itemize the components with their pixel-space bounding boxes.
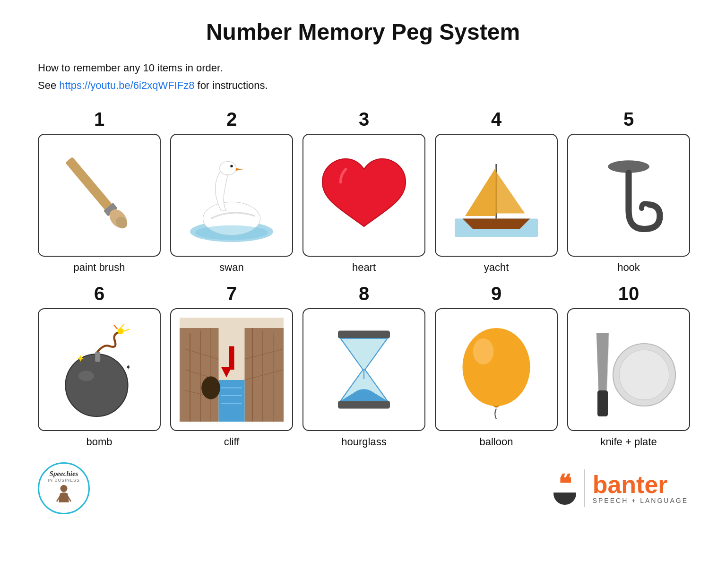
peg-label-7: cliff xyxy=(224,436,240,448)
peg-number-2: 2 xyxy=(226,109,237,130)
svg-point-6 xyxy=(220,161,236,175)
peg-card-5 xyxy=(567,134,690,257)
peg-card-2 xyxy=(170,134,293,257)
banter-icon: ❝ xyxy=(553,472,576,505)
peg-label-8: hourglass xyxy=(341,436,386,448)
svg-point-49 xyxy=(619,350,669,400)
svg-line-18 xyxy=(114,325,118,329)
peg-item-2: 2 swan xyxy=(170,109,293,274)
peg-card-3 xyxy=(302,134,425,257)
peg-number-1: 1 xyxy=(94,109,104,130)
svg-text:✦: ✦ xyxy=(76,352,85,364)
peg-item-7: 7 xyxy=(170,283,293,448)
svg-rect-14 xyxy=(95,351,100,362)
svg-rect-41 xyxy=(229,346,234,370)
peg-label-3: heart xyxy=(352,261,376,274)
svg-text:✦: ✦ xyxy=(125,363,131,371)
peg-number-6: 6 xyxy=(94,283,104,304)
peg-row-1: 1 paint brush 2 xyxy=(38,109,688,274)
svg-point-39 xyxy=(201,376,220,399)
peg-item-9: 9 balloon xyxy=(435,283,558,448)
footer: Speechies IN BUSINESS ❝ banter SPEECH + … xyxy=(38,462,688,514)
svg-point-8 xyxy=(195,225,268,240)
svg-line-17 xyxy=(124,329,130,331)
svg-rect-22 xyxy=(180,328,219,422)
youtube-link[interactable]: https://youtu.be/6i2xqWFIFz8 xyxy=(59,79,194,91)
peg-item-1: 1 paint brush xyxy=(38,109,161,274)
peg-card-1 xyxy=(38,134,161,257)
peg-number-4: 4 xyxy=(491,109,501,130)
peg-label-1: paint brush xyxy=(74,261,125,274)
svg-point-45 xyxy=(349,392,379,401)
peg-card-8 xyxy=(302,308,425,431)
svg-point-13 xyxy=(78,371,94,381)
svg-rect-35 xyxy=(219,380,245,422)
peg-number-5: 5 xyxy=(623,109,634,130)
svg-line-16 xyxy=(121,324,124,328)
peg-card-4 xyxy=(435,134,558,257)
peg-number-10: 10 xyxy=(618,283,640,304)
peg-item-5: 5 hook xyxy=(567,109,690,274)
bowl-shape-icon xyxy=(553,493,576,505)
peg-item-10: 10 knife + plate xyxy=(567,283,690,448)
peg-label-10: knife + plate xyxy=(600,436,657,448)
svg-rect-50 xyxy=(597,390,608,416)
svg-point-51 xyxy=(60,485,68,492)
peg-item-4: 4 yacht xyxy=(435,109,558,274)
svg-rect-43 xyxy=(338,401,390,409)
svg-point-7 xyxy=(230,164,233,167)
banter-text: banter SPEECH + LANGUAGE xyxy=(593,472,688,504)
banter-sub: SPEECH + LANGUAGE xyxy=(593,497,688,504)
svg-point-47 xyxy=(473,338,494,364)
peg-row-2: 6 ✦ ✦ bomb 7 xyxy=(38,283,688,448)
peg-number-3: 3 xyxy=(359,109,369,130)
peg-card-9 xyxy=(435,308,558,431)
speechies-brand-sub: IN BUSINESS xyxy=(48,478,80,483)
intro-text: How to remember any 10 items in order. S… xyxy=(38,59,688,95)
svg-point-12 xyxy=(66,354,128,416)
peg-card-7 xyxy=(170,308,293,431)
banter-word: banter xyxy=(593,472,688,497)
speechies-logo: Speechies IN BUSINESS xyxy=(38,462,90,514)
peg-number-9: 9 xyxy=(491,283,501,304)
peg-label-6: bomb xyxy=(86,436,112,448)
peg-card-10 xyxy=(567,308,690,431)
peg-item-3: 3 heart xyxy=(302,109,425,274)
peg-label-5: hook xyxy=(617,261,640,274)
peg-item-8: 8 hourglass xyxy=(302,283,425,448)
banter-logo: ❝ banter SPEECH + LANGUAGE xyxy=(553,469,688,507)
peg-label-4: yacht xyxy=(484,261,509,274)
svg-rect-0 xyxy=(65,156,112,210)
svg-point-15 xyxy=(118,328,124,334)
peg-card-6: ✦ ✦ xyxy=(38,308,161,431)
peg-label-2: swan xyxy=(219,261,243,274)
banter-divider xyxy=(584,469,585,507)
peg-label-9: balloon xyxy=(480,436,513,448)
page-title: Number Memory Peg System xyxy=(38,19,688,45)
svg-rect-42 xyxy=(338,330,390,338)
speechies-brand-name: Speechies xyxy=(50,470,78,478)
peg-item-6: 6 ✦ ✦ bomb xyxy=(38,283,161,448)
peg-number-8: 8 xyxy=(359,283,369,304)
svg-point-46 xyxy=(463,328,530,406)
peg-number-7: 7 xyxy=(226,283,237,304)
